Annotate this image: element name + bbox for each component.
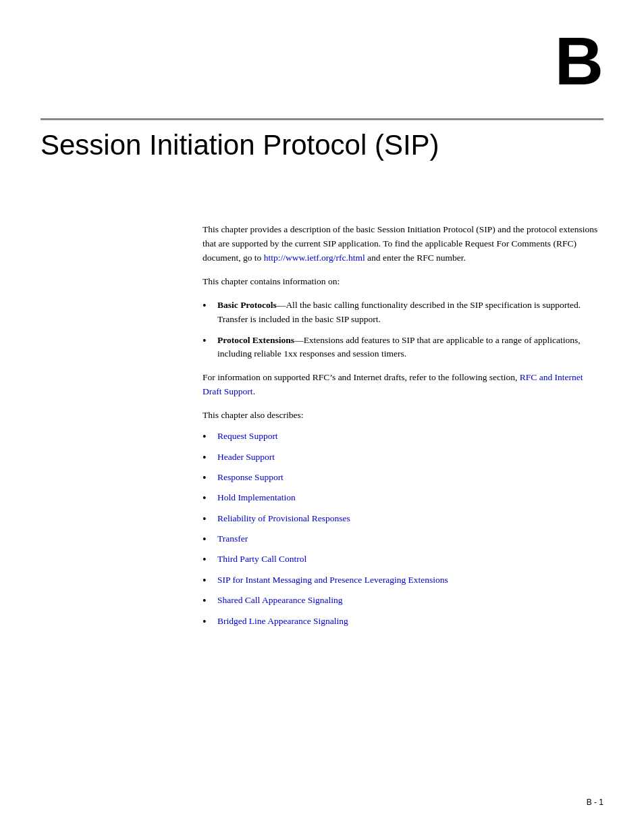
bullet-dot: • [203, 429, 213, 444]
bullet-bold-2: Protocol Extensions [217, 335, 294, 345]
list-item: • Transfer [203, 532, 603, 547]
page: B Session Initiation Protocol (SIP) This… [0, 0, 644, 834]
bullet-dot: • [203, 615, 213, 629]
bullet-dot: • [203, 552, 213, 567]
link-third-party-call-control[interactable]: Third Party Call Control [217, 552, 306, 567]
bullet-dot: • [203, 450, 213, 465]
chapter-letter: B [555, 27, 603, 95]
link-sip-simple[interactable]: SIP for Instant Messaging and Presence L… [217, 573, 448, 588]
intro-end: and enter the RFC number. [367, 253, 466, 263]
bullet-dot: • [203, 573, 213, 588]
rfc-text-end: . [253, 386, 255, 396]
list-item: • Shared Call Appearance Signaling [203, 594, 603, 608]
list-item: • Request Support [203, 429, 603, 444]
bullet-list: • Basic Protocols—All the basic calling … [203, 298, 603, 362]
list-item: • Reliability of Provisional Responses [203, 512, 603, 527]
list-item: • Header Support [203, 450, 603, 465]
bullet-dot: • [203, 334, 213, 348]
link-response-support[interactable]: Response Support [217, 471, 284, 485]
bullet-dot: • [203, 512, 213, 527]
describes-list: • Request Support • Header Support • Res… [203, 429, 603, 629]
list-item: • Response Support [203, 471, 603, 486]
list-item: • Basic Protocols—All the basic calling … [203, 298, 603, 327]
link-reliability-provisional[interactable]: Reliability of Provisional Responses [217, 512, 350, 526]
link-hold-implementation[interactable]: Hold Implementation [217, 491, 296, 505]
link-bridged-line-appearance[interactable]: Bridged Line Appearance Signaling [217, 615, 348, 629]
bullet-dot: • [203, 298, 213, 313]
also-describes-text: This chapter also describes: [203, 409, 603, 423]
contains-info-text: This chapter contains information on: [203, 275, 603, 289]
bullet-dot: • [203, 594, 213, 608]
link-header-support[interactable]: Header Support [217, 450, 275, 465]
bullet-dot: • [203, 471, 213, 486]
list-item: • Third Party Call Control [203, 552, 603, 567]
list-item: • Bridged Line Appearance Signaling [203, 615, 603, 629]
content-area: This chapter provides a description of t… [203, 223, 603, 639]
bullet-text-2: Protocol Extensions—Extensions add featu… [217, 334, 603, 362]
intro-paragraph: This chapter provides a description of t… [203, 223, 603, 265]
link-shared-call-appearance[interactable]: Shared Call Appearance Signaling [217, 594, 343, 608]
bullet-text-1: Basic Protocols—All the basic calling fu… [217, 298, 603, 327]
list-item: • Protocol Extensions—Extensions add fea… [203, 334, 603, 362]
link-request-support[interactable]: Request Support [217, 429, 278, 444]
rfc-paragraph: For information on supported RFC’s and I… [203, 371, 603, 399]
ietf-link[interactable]: http://www.ietf.org/rfc.html [264, 253, 365, 263]
list-item: • SIP for Instant Messaging and Presence… [203, 573, 603, 588]
link-transfer[interactable]: Transfer [217, 532, 248, 546]
bullet-dot: • [203, 491, 213, 506]
list-item: • Hold Implementation [203, 491, 603, 506]
bullet-bold-1: Basic Protocols [217, 300, 277, 310]
bullet-dot: • [203, 532, 213, 547]
divider-line [41, 118, 603, 120]
rfc-text-start: For information on supported RFC’s and I… [203, 372, 517, 382]
page-number: B - 1 [587, 798, 603, 807]
chapter-title: Session Initiation Protocol (SIP) [41, 128, 603, 162]
